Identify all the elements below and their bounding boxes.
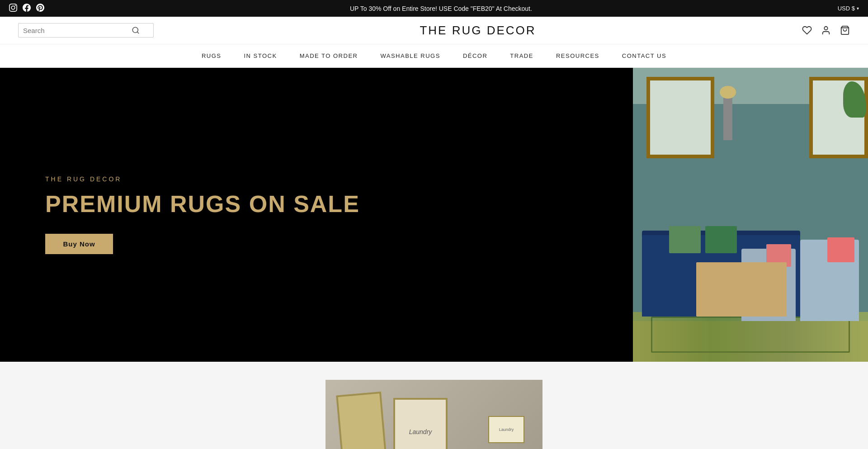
hero-cta-button[interactable]: Buy Now bbox=[45, 234, 113, 254]
room-chair-pillow-1 bbox=[827, 237, 854, 262]
search-input[interactable] bbox=[23, 27, 132, 34]
user-icon bbox=[821, 25, 831, 35]
nav-item-trade[interactable]: TRADE bbox=[510, 52, 533, 59]
site-logo[interactable]: THE RUG DECOR bbox=[420, 24, 536, 38]
main-navigation: RUGS IN STOCK MADE TO ORDER WASHABLE RUG… bbox=[0, 44, 868, 68]
room-pillow-1 bbox=[669, 226, 701, 253]
below-hero-section: Laundry Laundry bbox=[0, 362, 868, 449]
preview-sign-text: Laundry bbox=[499, 427, 514, 432]
currency-chevron-icon: ▾ bbox=[857, 6, 859, 11]
svg-point-2 bbox=[824, 27, 827, 30]
hero-section: THE RUG DECOR PREMIUM RUGS ON SALE Buy N… bbox=[0, 68, 868, 362]
room-window-left bbox=[646, 77, 714, 158]
preview-sign: Laundry bbox=[488, 416, 524, 443]
wishlist-button[interactable] bbox=[802, 25, 812, 35]
nav-item-in-stock[interactable]: IN STOCK bbox=[244, 52, 277, 59]
room-coffee-table bbox=[696, 262, 787, 317]
nav-item-washable-rugs[interactable]: WASHABLE RUGS bbox=[380, 52, 440, 59]
room-lamp bbox=[723, 95, 732, 140]
heart-icon bbox=[802, 25, 812, 35]
pinterest-icon[interactable] bbox=[36, 4, 44, 13]
hero-image bbox=[633, 68, 868, 362]
preview-background: Laundry Laundry bbox=[326, 380, 542, 449]
room-pillow-2 bbox=[705, 226, 737, 253]
preview-frame-2: Laundry bbox=[393, 398, 448, 449]
currency-selector[interactable]: USD $ ▾ bbox=[838, 5, 859, 12]
announcement-bar: UP To 30% Off on Entire Store! USE Code … bbox=[0, 0, 868, 17]
nav-item-decor[interactable]: DÉCOR bbox=[463, 52, 487, 59]
hero-content: THE RUG DECOR PREMIUM RUGS ON SALE Buy N… bbox=[0, 68, 633, 362]
search-form[interactable] bbox=[18, 23, 154, 38]
search-icon bbox=[132, 26, 140, 34]
preview-frame-1 bbox=[336, 392, 387, 449]
account-button[interactable] bbox=[821, 25, 831, 35]
preview-frame-text: Laundry bbox=[406, 425, 436, 439]
hero-subtitle: THE RUG DECOR bbox=[45, 175, 597, 183]
hero-title: PREMIUM RUGS ON SALE bbox=[45, 191, 597, 218]
currency-label: USD $ bbox=[838, 5, 855, 12]
room-lamp-shade bbox=[720, 86, 736, 99]
cart-button[interactable] bbox=[840, 25, 850, 35]
room-image bbox=[633, 68, 868, 362]
nav-item-resources[interactable]: RESOURCES bbox=[556, 52, 599, 59]
nav-item-contact-us[interactable]: CONTACT US bbox=[622, 52, 666, 59]
shopping-bag-icon bbox=[840, 25, 850, 35]
room-rug-pattern bbox=[651, 317, 850, 353]
header-icons bbox=[802, 25, 850, 35]
nav-item-rugs[interactable]: RUGS bbox=[202, 52, 222, 59]
instagram-icon[interactable] bbox=[9, 4, 17, 13]
preview-image: Laundry Laundry bbox=[326, 380, 542, 449]
social-icons bbox=[9, 4, 44, 13]
facebook-icon[interactable] bbox=[23, 4, 31, 13]
svg-line-1 bbox=[137, 32, 138, 33]
search-button[interactable] bbox=[132, 26, 140, 34]
announcement-text: UP To 30% Off on Entire Store! USE Code … bbox=[350, 5, 532, 12]
header: THE RUG DECOR bbox=[0, 17, 868, 44]
nav-item-made-to-order[interactable]: MADE TO ORDER bbox=[300, 52, 358, 59]
